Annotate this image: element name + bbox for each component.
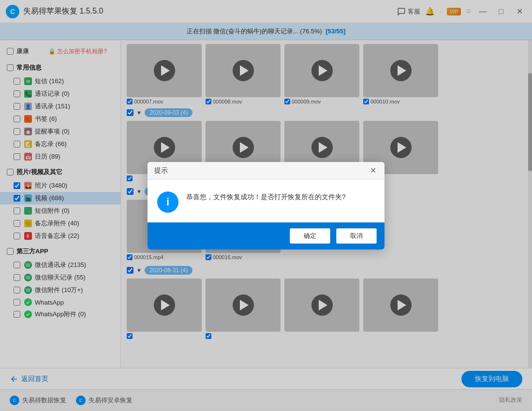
dialog-confirm-button[interactable]: 确定 <box>290 228 330 244</box>
dialog-info-icon: i <box>157 191 178 213</box>
dialog-close-button[interactable]: ✕ <box>368 166 378 176</box>
dialog-footer: 确定 取消 <box>148 222 384 250</box>
dialog-message: 恭喜您，文件恢复成功！是否打开恢复所在的文件夹? <box>186 191 346 203</box>
dialog-overlay: 提示 ✕ i 恭喜您，文件恢复成功！是否打开恢复所在的文件夹? 确定 取消 <box>0 0 532 411</box>
dialog-cancel-button[interactable]: 取消 <box>336 228 377 244</box>
dialog-title: 提示 <box>154 166 168 175</box>
dialog-titlebar: 提示 ✕ <box>148 162 384 180</box>
success-dialog: 提示 ✕ i 恭喜您，文件恢复成功！是否打开恢复所在的文件夹? 确定 取消 <box>148 162 384 250</box>
dialog-body: i 恭喜您，文件恢复成功！是否打开恢复所在的文件夹? <box>148 180 384 222</box>
